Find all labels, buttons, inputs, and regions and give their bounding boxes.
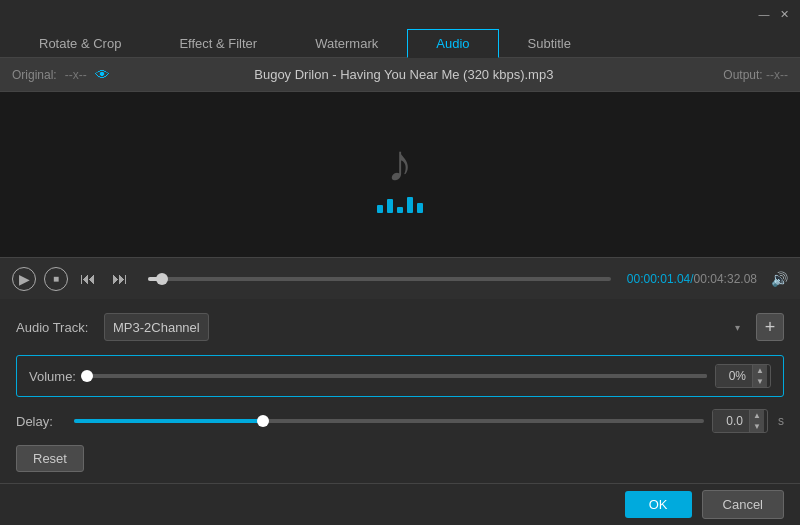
progress-bar[interactable]	[148, 277, 611, 281]
cancel-button[interactable]: Cancel	[702, 490, 784, 519]
current-time: 00:00:01.04	[627, 272, 690, 286]
minimize-button[interactable]: —	[756, 6, 772, 22]
skip-back-button[interactable]: ⏮	[76, 267, 100, 291]
volume-down-button[interactable]: ▼	[753, 376, 767, 387]
title-bar: — ✕	[0, 0, 800, 28]
music-note-icon: ♪	[387, 137, 413, 189]
delay-label: Delay:	[16, 414, 66, 429]
file-bar: Original: --x-- 👁 Bugoy Drilon - Having …	[0, 58, 800, 92]
volume-label: Volume:	[29, 369, 79, 384]
close-button[interactable]: ✕	[776, 6, 792, 22]
ok-button[interactable]: OK	[625, 491, 692, 518]
tab-subtitle[interactable]: Subtitle	[499, 29, 600, 58]
play-button[interactable]: ▶	[12, 267, 36, 291]
delay-value: 0.0	[713, 410, 749, 432]
volume-thumb[interactable]	[81, 370, 93, 382]
volume-value: 0%	[716, 365, 752, 387]
audio-track-select[interactable]: MP3-2Channel	[104, 313, 209, 341]
output-label: Output: --x--	[698, 68, 788, 82]
file-name: Bugoy Drilon - Having You Near Me (320 k…	[110, 67, 698, 82]
time-display: 00:00:01.04/00:04:32.08	[627, 272, 757, 286]
tab-effect-filter[interactable]: Effect & Filter	[150, 29, 286, 58]
select-arrow-icon: ▾	[735, 322, 740, 333]
tabs-bar: Rotate & Crop Effect & Filter Watermark …	[0, 28, 800, 58]
equalizer-bar	[387, 199, 393, 213]
equalizer-bar	[407, 197, 413, 213]
delay-value-wrapper: 0.0 ▲ ▼	[712, 409, 768, 433]
eye-icon[interactable]: 👁	[95, 66, 110, 83]
delay-row: Delay: 0.0 ▲ ▼ s	[16, 409, 784, 433]
audio-track-label: Audio Track:	[16, 320, 96, 335]
volume-delay-section: Volume: 0% ▲ ▼	[16, 355, 784, 397]
delay-spinners: ▲ ▼	[749, 410, 764, 432]
delay-fill	[74, 419, 263, 423]
equalizer-bar	[397, 207, 403, 213]
volume-slider[interactable]	[87, 374, 707, 378]
volume-row: Volume: 0% ▲ ▼	[29, 364, 771, 388]
delay-unit: s	[778, 414, 784, 428]
audio-track-row: Audio Track: MP3-2Channel ▾ +	[16, 313, 784, 341]
tab-watermark[interactable]: Watermark	[286, 29, 407, 58]
controls-area: Audio Track: MP3-2Channel ▾ + Volume: 0%…	[0, 299, 800, 486]
tab-rotate-crop[interactable]: Rotate & Crop	[10, 29, 150, 58]
delay-slider[interactable]	[74, 419, 704, 423]
music-placeholder: ♪	[377, 137, 423, 213]
equalizer-bar	[377, 205, 383, 213]
reset-button[interactable]: Reset	[16, 445, 84, 472]
delay-up-button[interactable]: ▲	[750, 410, 764, 421]
preview-area: ♪	[0, 92, 800, 257]
equalizer-bars	[377, 197, 423, 213]
original-label: Original: --x-- 👁	[12, 66, 110, 83]
add-audio-track-button[interactable]: +	[756, 313, 784, 341]
volume-spinners: ▲ ▼	[752, 365, 767, 387]
transport-bar: ▶ ■ ⏮ ⏭ 00:00:01.04/00:04:32.08 🔊	[0, 257, 800, 299]
volume-icon[interactable]: 🔊	[771, 271, 788, 287]
progress-thumb[interactable]	[156, 273, 168, 285]
skip-forward-button[interactable]: ⏭	[108, 267, 132, 291]
stop-button[interactable]: ■	[44, 267, 68, 291]
equalizer-bar	[417, 203, 423, 213]
bottom-bar: OK Cancel	[0, 483, 800, 525]
volume-value-wrapper: 0% ▲ ▼	[715, 364, 771, 388]
tab-audio[interactable]: Audio	[407, 29, 498, 58]
delay-thumb[interactable]	[257, 415, 269, 427]
delay-down-button[interactable]: ▼	[750, 421, 764, 432]
total-time: 00:04:32.08	[694, 272, 757, 286]
audio-track-select-wrapper: MP3-2Channel ▾	[104, 313, 748, 341]
volume-up-button[interactable]: ▲	[753, 365, 767, 376]
volume-fill	[87, 374, 707, 378]
